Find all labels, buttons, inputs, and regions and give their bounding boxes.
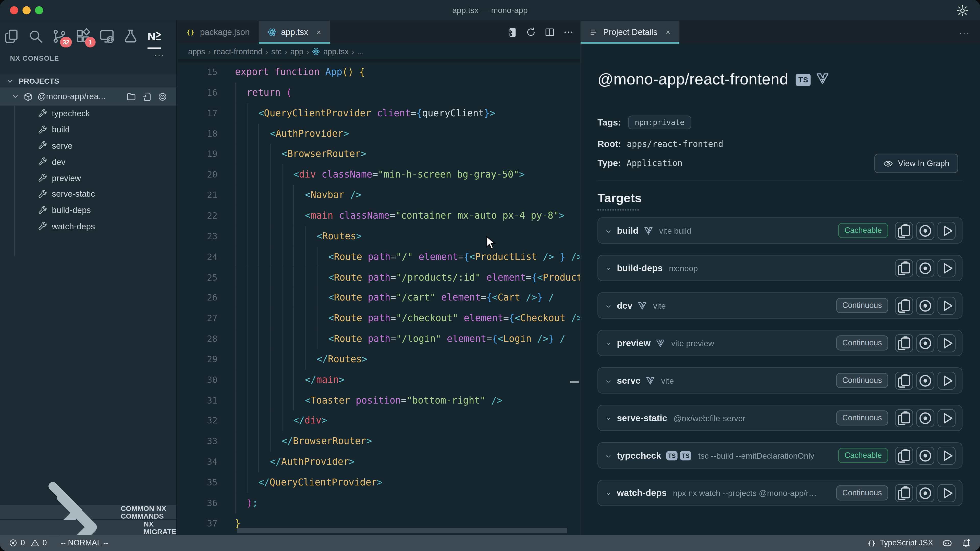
code-editor[interactable]: 15export function App() {16return (17<Qu… bbox=[178, 59, 580, 535]
copy-button[interactable] bbox=[895, 409, 913, 427]
target-card-watch-deps[interactable]: watch-depsnpx nx watch --projects @mono-… bbox=[597, 480, 963, 506]
chevron-down-icon bbox=[11, 92, 20, 101]
close-icon[interactable]: × bbox=[316, 27, 321, 37]
breadcrumb-item[interactable]: react-frontend bbox=[214, 47, 262, 56]
target-icon[interactable] bbox=[158, 92, 167, 102]
extensions-icon[interactable]: 1 bbox=[75, 28, 91, 44]
target-card-typecheck[interactable]: typecheckTSTStsc --build --emitDeclarati… bbox=[597, 442, 963, 468]
testing-icon[interactable] bbox=[123, 28, 139, 44]
remote-explorer-icon[interactable] bbox=[99, 28, 115, 44]
source-control-icon[interactable]: 32 bbox=[51, 28, 68, 44]
files-icon[interactable] bbox=[4, 28, 20, 44]
tree-item-task-serve-static[interactable]: serve-static bbox=[0, 186, 177, 202]
search-icon[interactable] bbox=[27, 28, 44, 44]
chevron-down-icon[interactable] bbox=[605, 414, 612, 422]
target-card-build[interactable]: buildvite buildCacheable bbox=[597, 218, 963, 244]
open-project-config-icon[interactable] bbox=[506, 27, 517, 38]
view-button[interactable] bbox=[916, 259, 934, 277]
chevron-down-icon[interactable] bbox=[605, 489, 612, 497]
sidebar-more-actions-icon[interactable]: ··· bbox=[154, 49, 165, 60]
tree-item-project[interactable]: @mono-app/rea... bbox=[0, 87, 177, 106]
target-card-dev[interactable]: devviteContinuous bbox=[597, 292, 963, 319]
code-line-21: 21<Navbar /> bbox=[178, 185, 580, 205]
refresh-icon[interactable] bbox=[526, 27, 536, 38]
folder-icon[interactable] bbox=[126, 92, 136, 102]
target-card-serve[interactable]: serveviteContinuous bbox=[597, 367, 963, 394]
copy-button[interactable] bbox=[895, 334, 913, 352]
bell-icon[interactable] bbox=[961, 538, 971, 548]
svg-text:{}: {} bbox=[186, 29, 194, 36]
horizontal-scrollbar[interactable] bbox=[237, 528, 567, 533]
copy-button[interactable] bbox=[895, 446, 913, 465]
breadcrumb-item[interactable]: app.tsx bbox=[323, 47, 348, 56]
root-value: apps/react-frontend bbox=[627, 139, 723, 149]
chevron-down-icon[interactable] bbox=[605, 376, 612, 385]
run-button[interactable] bbox=[937, 372, 956, 389]
view-button[interactable] bbox=[916, 297, 934, 314]
tree-item-task-typecheck[interactable]: typecheck bbox=[0, 106, 177, 122]
split-editor-icon[interactable] bbox=[544, 27, 555, 38]
run-button[interactable] bbox=[937, 221, 956, 240]
copilot-icon[interactable] bbox=[942, 537, 953, 548]
view-button[interactable] bbox=[916, 446, 934, 465]
tree-item-task-build[interactable]: build bbox=[0, 122, 177, 138]
copy-button[interactable] bbox=[895, 297, 913, 314]
code-line-33: 33</BrowserRouter> bbox=[178, 431, 580, 452]
language-mode[interactable]: {} TypeScript JSX bbox=[867, 538, 933, 548]
view-button[interactable] bbox=[916, 221, 934, 240]
run-button[interactable] bbox=[937, 446, 956, 465]
copy-button[interactable] bbox=[895, 221, 913, 240]
target-card-preview[interactable]: previewvite previewContinuous bbox=[597, 330, 963, 356]
breadcrumb-item[interactable]: app bbox=[290, 47, 304, 56]
breadcrumb-item[interactable]: ... bbox=[357, 47, 364, 56]
more-actions-icon[interactable] bbox=[563, 27, 574, 38]
run-button[interactable] bbox=[937, 484, 956, 502]
run-button[interactable] bbox=[937, 259, 956, 277]
target-command: @nx/web:file-server bbox=[673, 413, 746, 423]
tab-package.json[interactable]: {}package.json bbox=[178, 21, 259, 44]
gear-icon[interactable] bbox=[956, 4, 969, 17]
tree-item-task-watch-deps[interactable]: watch-deps bbox=[0, 218, 177, 234]
close-icon[interactable]: × bbox=[666, 27, 670, 37]
run-button[interactable] bbox=[937, 334, 956, 352]
chevron-down-icon[interactable] bbox=[605, 339, 612, 347]
panel-more-actions-icon[interactable]: ··· bbox=[959, 27, 970, 38]
view-button[interactable] bbox=[916, 334, 934, 352]
run-button[interactable] bbox=[937, 297, 956, 314]
tree-item-task-serve[interactable]: serve bbox=[0, 138, 177, 154]
tree-item-task-preview[interactable]: preview bbox=[0, 170, 177, 186]
run-button[interactable] bbox=[937, 409, 956, 427]
copy-button[interactable] bbox=[895, 259, 913, 277]
breadcrumb-item[interactable]: apps bbox=[188, 47, 205, 56]
react-icon bbox=[267, 27, 277, 37]
refresh-file-icon[interactable] bbox=[142, 92, 152, 102]
badge-cacheable: Cacheable bbox=[838, 448, 888, 463]
breadcrumb[interactable]: apps›react-frontend›src›app›app.tsx›... bbox=[178, 44, 580, 59]
view-button[interactable] bbox=[916, 409, 934, 427]
sidebar-section-nx-migrate[interactable]: NX MIGRATE bbox=[0, 520, 177, 535]
tree-section-projects[interactable]: PROJECTS bbox=[0, 74, 177, 87]
nx-icon[interactable]: N bbox=[146, 28, 162, 44]
copy-button[interactable] bbox=[895, 372, 913, 389]
tab-app.tsx[interactable]: app.tsx× bbox=[259, 21, 330, 44]
chevron-down-icon[interactable] bbox=[605, 451, 612, 459]
problems-indicator[interactable]: 0 0 bbox=[9, 538, 47, 547]
copy-button[interactable] bbox=[895, 484, 913, 502]
target-card-build-deps[interactable]: build-depsnx:noop bbox=[597, 255, 963, 281]
tree-item-task-build-deps[interactable]: build-deps bbox=[0, 202, 177, 218]
view-in-graph-button[interactable]: View In Graph bbox=[874, 154, 958, 173]
view-button[interactable] bbox=[916, 484, 934, 502]
breadcrumb-item[interactable]: src bbox=[271, 47, 282, 56]
target-card-serve-static[interactable]: serve-static@nx/web:file-serverContinuou… bbox=[597, 405, 963, 431]
list-icon bbox=[589, 27, 599, 37]
tree-item-task-dev[interactable]: dev bbox=[0, 154, 177, 170]
typescript-badge: TS bbox=[666, 451, 677, 460]
wrench-icon bbox=[38, 125, 48, 135]
chevron-down-icon[interactable] bbox=[605, 302, 612, 310]
view-button[interactable] bbox=[916, 372, 934, 389]
braces-icon: {} bbox=[867, 538, 877, 548]
chevron-down-icon[interactable] bbox=[605, 227, 612, 235]
chevron-down-icon[interactable] bbox=[605, 264, 612, 272]
tags-row: Tags: npm:private bbox=[597, 116, 691, 129]
tab-project-details[interactable]: Project Details × bbox=[581, 21, 679, 44]
